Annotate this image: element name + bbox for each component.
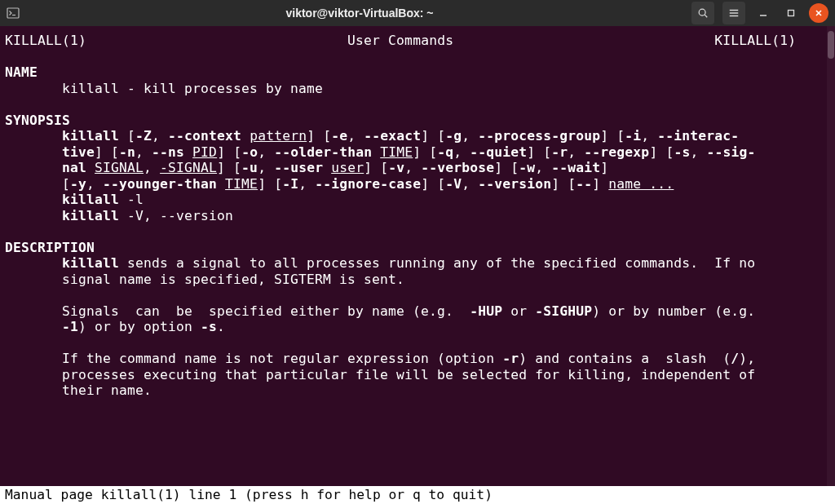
svg-point-2 — [699, 9, 705, 15]
search-icon — [697, 7, 709, 19]
maximize-icon — [786, 8, 796, 18]
window-controls — [691, 2, 828, 24]
window-titlebar: viktor@viktor-VirtualBox: ~ — [0, 0, 835, 26]
man-status-line: Manual page killall(1) line 1 (press h f… — [0, 486, 835, 504]
search-button[interactable] — [691, 2, 714, 24]
minimize-icon — [758, 8, 768, 18]
hamburger-menu-button[interactable] — [722, 2, 745, 24]
window-title: viktor@viktor-VirtualBox: ~ — [28, 7, 691, 20]
terminal-window: viktor@viktor-VirtualBox: ~ — [0, 0, 835, 504]
minimize-button[interactable] — [753, 3, 773, 23]
man-page-content: KILLALL(1) User Commands KILLALL(1) NAME… — [0, 33, 835, 399]
man-header-center: User Commands — [347, 33, 453, 48]
close-icon — [814, 8, 824, 18]
menu-icon — [728, 7, 740, 19]
titlebar-app-icon — [7, 7, 28, 20]
svg-rect-8 — [789, 11, 794, 16]
synopsis-cmd: killall — [62, 128, 119, 144]
maximize-button[interactable] — [781, 3, 801, 23]
man-header-right: KILLALL(1) — [714, 33, 796, 48]
svg-rect-0 — [7, 8, 19, 18]
man-header-left: KILLALL(1) — [5, 33, 86, 48]
terminal-icon — [7, 7, 20, 20]
section-heading-description: DESCRIPTION — [5, 240, 95, 255]
terminal-scrollbar[interactable] — [827, 26, 835, 504]
section-heading-synopsis: SYNOPSIS — [5, 113, 70, 128]
close-button[interactable] — [809, 3, 828, 23]
name-text: killall - kill processes by name — [62, 81, 323, 96]
terminal-viewport[interactable]: KILLALL(1) User Commands KILLALL(1) NAME… — [0, 26, 835, 504]
scrollbar-thumb[interactable] — [828, 31, 834, 59]
svg-line-3 — [705, 15, 707, 17]
section-heading-name: NAME — [5, 64, 38, 80]
